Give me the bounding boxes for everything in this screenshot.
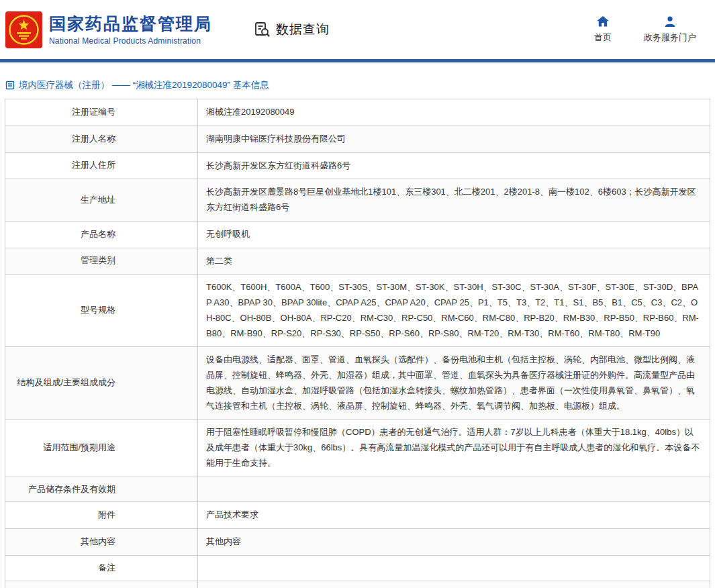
table-row: 产品储存条件及有效期 <box>5 477 710 502</box>
table-row: 适用范围/预期用途用于阻塞性睡眠呼吸暂停和慢阻肺（COPD）患者的无创通气治疗。… <box>5 420 710 477</box>
row-label: 生产地址 <box>5 179 198 222</box>
row-value <box>198 555 710 581</box>
nav-home[interactable]: 首页 <box>594 16 612 44</box>
row-value: 湖南省药品监督管理局 <box>198 581 710 588</box>
table-row: 型号规格T600K、T600H、T600A、T600、ST-30S、ST-30M… <box>5 275 710 347</box>
home-icon <box>597 16 609 27</box>
row-value: 长沙高新开发区东方红街道科盛路6号 <box>198 152 710 179</box>
table-row: 备注 <box>5 555 710 581</box>
row-label: 注册证编号 <box>5 99 198 126</box>
registration-info-table: 注册证编号湘械注准20192080049注册人名称湖南明康中锦医疗科技股份有限公… <box>5 99 710 588</box>
table-row: 审批部门湖南省药品监督管理局 <box>5 581 710 588</box>
site-title: 国家药品监督管理局 <box>49 13 212 34</box>
row-label: 审批部门 <box>5 581 198 588</box>
row-value: 设备由电源线、适配器、面罩、管道、血氧探头（选配件）、备份电池和主机（包括主控板… <box>198 347 710 420</box>
table-row: 注册人名称湖南明康中锦医疗科技股份有限公司 <box>5 126 710 152</box>
nav-home-label: 首页 <box>594 32 612 44</box>
table-row: 结构及组成/主要组成成分设备由电源线、适配器、面罩、管道、血氧探头（选配件）、备… <box>5 347 710 420</box>
row-label: 产品名称 <box>5 221 198 248</box>
row-label: 型号规格 <box>5 275 198 347</box>
row-value: 长沙高新开发区麓景路8号巨星创业基地北1楼101、东三楼301、北二楼201、2… <box>198 179 710 222</box>
data-query-label: 数据查询 <box>276 21 330 38</box>
header-divider-bar <box>0 59 715 62</box>
row-value: 其他内容 <box>198 529 710 556</box>
site-subtitle: National Medical Products Administration <box>49 36 212 46</box>
table-row: 附件产品技术要求 <box>5 502 710 529</box>
main-content: 境内医疗器械（注册） —— “湘械注准20192080049” 基本信息 注册证… <box>0 79 715 588</box>
row-label: 注册人住所 <box>5 152 198 179</box>
nav-portal-label: 政务服务门户 <box>644 32 696 44</box>
row-value: T600K、T600H、T600A、T600、ST-30S、ST-30M、ST-… <box>198 275 710 347</box>
row-label: 管理类别 <box>5 248 198 275</box>
table-row: 注册证编号湘械注准20192080049 <box>5 99 710 126</box>
row-value: 用于阻塞性睡眠呼吸暂停和慢阻肺（COPD）患者的无创通气治疗。适用人群：7岁以上… <box>198 420 710 477</box>
document-icon <box>5 81 15 90</box>
row-value: 湖南明康中锦医疗科技股份有限公司 <box>198 126 710 152</box>
row-label: 结构及组成/主要组成成分 <box>5 347 198 420</box>
page-title-text: 境内医疗器械（注册） —— “湘械注准20192080049” 基本信息 <box>19 79 269 91</box>
row-label: 附件 <box>5 502 198 529</box>
data-query-icon <box>254 21 271 38</box>
row-label: 适用范围/预期用途 <box>5 420 198 477</box>
row-label: 注册人名称 <box>5 126 198 152</box>
user-icon <box>664 16 676 27</box>
row-value: 湘械注准20192080049 <box>198 99 710 126</box>
row-value: 产品技术要求 <box>198 502 710 529</box>
row-value <box>198 477 710 502</box>
row-label: 产品储存条件及有效期 <box>5 477 198 502</box>
table-row: 其他内容其他内容 <box>5 529 710 556</box>
row-value: 无创呼吸机 <box>198 221 710 248</box>
site-header: 国家药品监督管理局 National Medical Products Admi… <box>0 0 715 59</box>
national-emblem-icon <box>5 11 42 48</box>
row-label: 其他内容 <box>5 529 198 556</box>
table-row: 生产地址长沙高新开发区麓景路8号巨星创业基地北1楼101、东三楼301、北二楼2… <box>5 179 710 222</box>
brand-logo-link[interactable]: 国家药品监督管理局 National Medical Products Admi… <box>5 11 212 48</box>
header-right-nav: 首页 政务服务门户 <box>594 16 696 44</box>
brand-text: 国家药品监督管理局 National Medical Products Admi… <box>49 13 212 45</box>
page-title: 境内医疗器械（注册） —— “湘械注准20192080049” 基本信息 <box>5 79 710 91</box>
row-label: 备注 <box>5 555 198 581</box>
nav-portal[interactable]: 政务服务门户 <box>644 16 696 44</box>
row-value: 第二类 <box>198 248 710 275</box>
data-query-nav[interactable]: 数据查询 <box>254 21 330 38</box>
table-row: 产品名称无创呼吸机 <box>5 221 710 248</box>
table-row: 注册人住所长沙高新开发区东方红街道科盛路6号 <box>5 152 710 179</box>
table-row: 管理类别第二类 <box>5 248 710 275</box>
